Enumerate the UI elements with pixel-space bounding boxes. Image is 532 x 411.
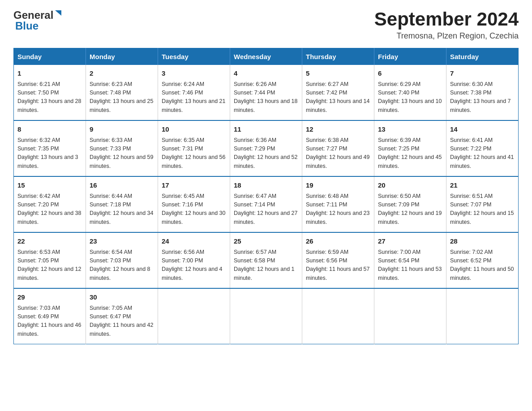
- day-info: Sunrise: 6:53 AMSunset: 7:05 PMDaylight:…: [17, 249, 81, 281]
- calendar-header: SundayMondayTuesdayWednesdayThursdayFrid…: [14, 48, 519, 65]
- day-number: 28: [450, 236, 515, 247]
- day-number: 1: [17, 68, 82, 79]
- day-info: Sunrise: 6:29 AMSunset: 7:40 PMDaylight:…: [378, 81, 442, 113]
- day-info: Sunrise: 6:26 AMSunset: 7:44 PMDaylight:…: [234, 81, 297, 113]
- day-info: Sunrise: 6:51 AMSunset: 7:07 PMDaylight:…: [450, 193, 514, 225]
- days-of-week-row: SundayMondayTuesdayWednesdayThursdayFrid…: [14, 48, 519, 65]
- page-header: General Blue September 2024 Tremosna, Pl…: [13, 9, 519, 41]
- day-number: 14: [450, 124, 515, 135]
- day-number: 19: [306, 180, 370, 191]
- day-info: Sunrise: 6:38 AMSunset: 7:27 PMDaylight:…: [306, 137, 369, 169]
- day-number: 29: [17, 292, 82, 303]
- calendar-week-3: 15Sunrise: 6:42 AMSunset: 7:20 PMDayligh…: [14, 176, 519, 232]
- day-info: Sunrise: 7:05 AMSunset: 6:47 PMDaylight:…: [90, 305, 153, 337]
- day-info: Sunrise: 6:59 AMSunset: 6:56 PMDaylight:…: [306, 249, 369, 281]
- day-of-week-friday: Friday: [374, 48, 446, 65]
- day-info: Sunrise: 6:24 AMSunset: 7:46 PMDaylight:…: [162, 81, 225, 113]
- day-number: 10: [162, 124, 226, 135]
- day-number: 20: [378, 180, 442, 191]
- day-number: 25: [234, 236, 298, 247]
- calendar-cell: 11Sunrise: 6:36 AMSunset: 7:29 PMDayligh…: [230, 120, 302, 176]
- calendar-cell: 13Sunrise: 6:39 AMSunset: 7:25 PMDayligh…: [374, 120, 446, 176]
- calendar-week-4: 22Sunrise: 6:53 AMSunset: 7:05 PMDayligh…: [14, 232, 519, 288]
- day-info: Sunrise: 6:50 AMSunset: 7:09 PMDaylight:…: [378, 193, 442, 225]
- day-number: 16: [90, 180, 154, 191]
- svg-marker-0: [55, 10, 61, 16]
- day-of-week-wednesday: Wednesday: [230, 48, 302, 65]
- day-info: Sunrise: 6:41 AMSunset: 7:22 PMDaylight:…: [450, 137, 514, 169]
- calendar-cell: 3Sunrise: 6:24 AMSunset: 7:46 PMDaylight…: [158, 65, 230, 120]
- calendar-week-5: 29Sunrise: 7:03 AMSunset: 6:49 PMDayligh…: [14, 288, 519, 344]
- calendar-cell: 20Sunrise: 6:50 AMSunset: 7:09 PMDayligh…: [374, 176, 446, 232]
- day-info: Sunrise: 6:35 AMSunset: 7:31 PMDaylight:…: [162, 137, 225, 169]
- calendar-cell: 4Sunrise: 6:26 AMSunset: 7:44 PMDaylight…: [230, 65, 302, 120]
- title-block: September 2024 Tremosna, Plzen Region, C…: [374, 9, 519, 41]
- day-info: Sunrise: 7:00 AMSunset: 6:54 PMDaylight:…: [378, 249, 442, 281]
- calendar-cell: 26Sunrise: 6:59 AMSunset: 6:56 PMDayligh…: [302, 232, 374, 288]
- day-info: Sunrise: 6:21 AMSunset: 7:50 PMDaylight:…: [17, 81, 81, 113]
- day-info: Sunrise: 6:30 AMSunset: 7:38 PMDaylight:…: [450, 81, 511, 113]
- day-info: Sunrise: 6:57 AMSunset: 6:58 PMDaylight:…: [234, 249, 295, 281]
- day-of-week-sunday: Sunday: [14, 48, 86, 65]
- day-number: 18: [234, 180, 298, 191]
- calendar-cell: 17Sunrise: 6:45 AMSunset: 7:16 PMDayligh…: [158, 176, 230, 232]
- logo-blue-text: Blue: [13, 20, 39, 32]
- calendar-cell: 28Sunrise: 7:02 AMSunset: 6:52 PMDayligh…: [446, 232, 519, 288]
- calendar-cell: 24Sunrise: 6:56 AMSunset: 7:00 PMDayligh…: [158, 232, 230, 288]
- day-info: Sunrise: 6:48 AMSunset: 7:11 PMDaylight:…: [306, 193, 369, 225]
- day-info: Sunrise: 6:54 AMSunset: 7:03 PMDaylight:…: [90, 249, 150, 281]
- calendar-cell: 29Sunrise: 7:03 AMSunset: 6:49 PMDayligh…: [14, 288, 86, 344]
- logo-arrow-icon: [54, 9, 62, 19]
- day-number: 6: [378, 68, 442, 79]
- day-number: 12: [306, 124, 370, 135]
- day-number: 7: [450, 68, 515, 79]
- calendar-table: SundayMondayTuesdayWednesdayThursdayFrid…: [13, 48, 519, 344]
- day-number: 27: [378, 236, 442, 247]
- day-number: 17: [162, 180, 226, 191]
- day-number: 13: [378, 124, 442, 135]
- day-info: Sunrise: 6:33 AMSunset: 7:33 PMDaylight:…: [90, 137, 153, 169]
- day-of-week-tuesday: Tuesday: [158, 48, 230, 65]
- calendar-cell: 22Sunrise: 6:53 AMSunset: 7:05 PMDayligh…: [14, 232, 86, 288]
- day-info: Sunrise: 7:03 AMSunset: 6:49 PMDaylight:…: [17, 305, 81, 337]
- month-year-title: September 2024: [374, 9, 519, 30]
- calendar-cell: [158, 288, 230, 344]
- calendar-cell: 5Sunrise: 6:27 AMSunset: 7:42 PMDaylight…: [302, 65, 374, 120]
- day-number: 2: [90, 68, 154, 79]
- calendar-cell: 9Sunrise: 6:33 AMSunset: 7:33 PMDaylight…: [86, 120, 158, 176]
- day-number: 11: [234, 124, 298, 135]
- day-number: 21: [450, 180, 515, 191]
- day-info: Sunrise: 6:39 AMSunset: 7:25 PMDaylight:…: [378, 137, 442, 169]
- day-number: 15: [17, 180, 82, 191]
- calendar-cell: 2Sunrise: 6:23 AMSunset: 7:48 PMDaylight…: [86, 65, 158, 120]
- calendar-cell: 12Sunrise: 6:38 AMSunset: 7:27 PMDayligh…: [302, 120, 374, 176]
- day-of-week-saturday: Saturday: [446, 48, 519, 65]
- calendar-cell: 15Sunrise: 6:42 AMSunset: 7:20 PMDayligh…: [14, 176, 86, 232]
- calendar-cell: 16Sunrise: 6:44 AMSunset: 7:18 PMDayligh…: [86, 176, 158, 232]
- day-of-week-monday: Monday: [86, 48, 158, 65]
- calendar-cell: [230, 288, 302, 344]
- calendar-body: 1Sunrise: 6:21 AMSunset: 7:50 PMDaylight…: [14, 65, 519, 344]
- calendar-cell: 7Sunrise: 6:30 AMSunset: 7:38 PMDaylight…: [446, 65, 519, 120]
- calendar-cell: 10Sunrise: 6:35 AMSunset: 7:31 PMDayligh…: [158, 120, 230, 176]
- day-number: 23: [90, 236, 154, 247]
- calendar-cell: 27Sunrise: 7:00 AMSunset: 6:54 PMDayligh…: [374, 232, 446, 288]
- calendar-cell: 30Sunrise: 7:05 AMSunset: 6:47 PMDayligh…: [86, 288, 158, 344]
- calendar-cell: 1Sunrise: 6:21 AMSunset: 7:50 PMDaylight…: [14, 65, 86, 120]
- calendar-cell: 25Sunrise: 6:57 AMSunset: 6:58 PMDayligh…: [230, 232, 302, 288]
- logo: General Blue: [13, 9, 62, 32]
- calendar-cell: 18Sunrise: 6:47 AMSunset: 7:14 PMDayligh…: [230, 176, 302, 232]
- calendar-cell: 14Sunrise: 6:41 AMSunset: 7:22 PMDayligh…: [446, 120, 519, 176]
- day-info: Sunrise: 6:27 AMSunset: 7:42 PMDaylight:…: [306, 81, 369, 113]
- day-number: 8: [17, 124, 82, 135]
- day-number: 4: [234, 68, 298, 79]
- day-of-week-thursday: Thursday: [302, 48, 374, 65]
- calendar-cell: [446, 288, 519, 344]
- day-info: Sunrise: 6:32 AMSunset: 7:35 PMDaylight:…: [17, 137, 78, 169]
- calendar-week-1: 1Sunrise: 6:21 AMSunset: 7:50 PMDaylight…: [14, 65, 519, 120]
- day-number: 24: [162, 236, 226, 247]
- calendar-cell: 8Sunrise: 6:32 AMSunset: 7:35 PMDaylight…: [14, 120, 86, 176]
- calendar-cell: 23Sunrise: 6:54 AMSunset: 7:03 PMDayligh…: [86, 232, 158, 288]
- day-info: Sunrise: 7:02 AMSunset: 6:52 PMDaylight:…: [450, 249, 514, 281]
- calendar-week-2: 8Sunrise: 6:32 AMSunset: 7:35 PMDaylight…: [14, 120, 519, 176]
